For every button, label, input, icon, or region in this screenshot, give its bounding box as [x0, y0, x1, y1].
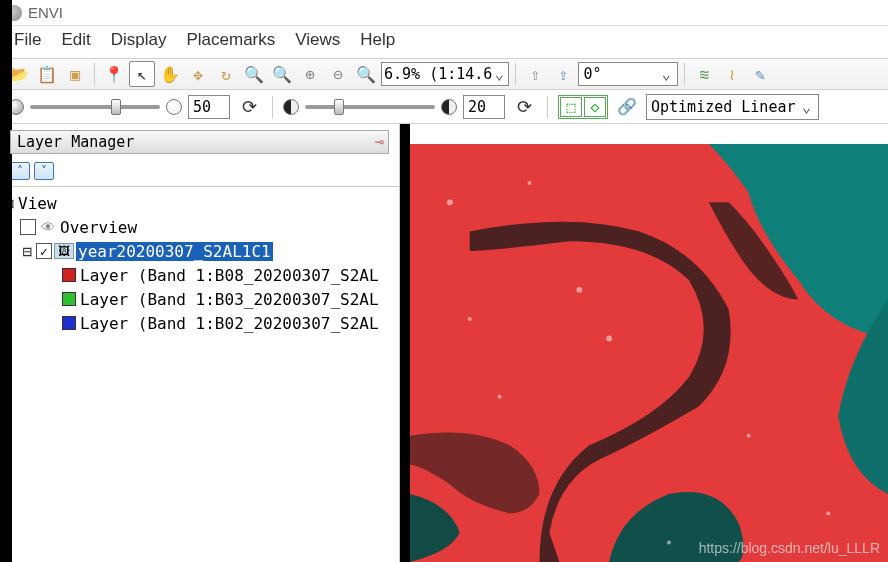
tree-layer-red[interactable]: Layer (Band 1:B08_20200307_S2AL — [2, 263, 397, 287]
separator — [547, 96, 548, 118]
svg-point-1 — [447, 199, 453, 205]
data-extent-icon[interactable]: ◇ — [584, 97, 606, 117]
rotation-input[interactable]: 0° ⌄ — [578, 62, 678, 86]
svg-point-7 — [826, 511, 830, 515]
contrast-knob-icon — [283, 99, 299, 115]
zoom-out-icon[interactable]: ⊖ — [325, 61, 351, 87]
tree-dataset[interactable]: ⊟ ✓ 🖼 year20200307_S2AL1C1 — [2, 239, 397, 263]
overview-label: Overview — [60, 218, 137, 237]
chevron-down-icon[interactable]: ⌄ — [659, 65, 673, 83]
roi-icon[interactable]: ✥ — [185, 61, 211, 87]
layer-label: Layer (Band 1:B02_20200307_S2AL — [80, 314, 379, 333]
svg-point-8 — [667, 541, 671, 545]
stretch-select[interactable]: Optimized Linear ⌄ — [646, 94, 819, 120]
brightness-slider[interactable] — [30, 105, 160, 109]
stretch-text: Optimized Linear — [651, 98, 796, 116]
zoom-reset-icon[interactable]: 🔍 — [241, 61, 267, 87]
measure-icon[interactable]: ✎ — [747, 61, 773, 87]
layer-tree: ⊟ View 👁 Overview ⊟ ✓ 🖼 year20200307_S2A… — [0, 186, 399, 562]
svg-point-9 — [576, 287, 582, 293]
refresh-icon[interactable]: ⟳ — [511, 94, 537, 120]
rotation-text: 0° — [583, 65, 601, 83]
menu-help[interactable]: Help — [360, 30, 395, 50]
blue-band-icon — [62, 316, 76, 330]
separator — [684, 63, 685, 85]
rotate-icon[interactable]: ↻ — [213, 61, 239, 87]
tree-layer-green[interactable]: Layer (Band 1:B03_20200307_S2AL — [2, 287, 397, 311]
contrast-value[interactable]: 20 — [463, 95, 505, 119]
separator — [272, 96, 273, 118]
adjust-toolbar: 50 ⟳ 20 ⟳ ⬚ ◇ 🔗 Optimized Linear ⌄ — [0, 90, 888, 124]
collapse-icon[interactable]: ⊟ — [20, 242, 34, 261]
layer-label: Layer (Band 1:B03_20200307_S2AL — [80, 290, 379, 309]
main-toolbar: 📂 📋 ▣ 📍 ↖ ✋ ✥ ↻ 🔍 🔍 ⊕ ⊖ 🔍 6.9% (1:14.6 ⌄… — [0, 58, 888, 90]
refresh-icon[interactable]: ⟳ — [236, 94, 262, 120]
pan-icon[interactable]: ✋ — [157, 61, 183, 87]
tree-overview[interactable]: 👁 Overview — [2, 215, 397, 239]
red-band-icon — [62, 268, 76, 282]
chevron-down-icon[interactable]: ⌄ — [492, 65, 506, 83]
nav-next-icon[interactable]: ˅ — [34, 162, 54, 180]
pin-icon[interactable]: 📍 — [101, 61, 127, 87]
checkbox[interactable] — [20, 219, 36, 235]
contrast-slider[interactable] — [305, 105, 435, 109]
chevron-down-icon[interactable]: ⌄ — [800, 98, 814, 116]
layer-label: Layer (Band 1:B08_20200307_S2AL — [80, 266, 379, 285]
nav-up-icon[interactable]: ⇧ — [522, 61, 548, 87]
menubar: File Edit Display Placemarks Views Help — [0, 26, 888, 58]
svg-point-2 — [528, 181, 532, 185]
zoom-in-icon[interactable]: ⊕ — [297, 61, 323, 87]
panel-title: Layer Manager — [17, 133, 134, 151]
map-viewport[interactable]: https://blog.csdn.net/lu_LLLR — [410, 124, 888, 562]
satellite-image — [410, 144, 888, 562]
window-edge — [0, 0, 12, 562]
menu-placemarks[interactable]: Placemarks — [186, 30, 275, 50]
splitter[interactable] — [400, 124, 410, 562]
zoom-level-text: 6.9% (1:14.6 — [384, 65, 492, 83]
brightness-value[interactable]: 50 — [188, 95, 230, 119]
zoom-actual-icon[interactable]: 🔍 — [353, 61, 379, 87]
nav-buttons: ˄ ˅ — [0, 158, 399, 184]
zoom-level-input[interactable]: 6.9% (1:14.6 ⌄ — [381, 62, 509, 86]
root-label: View — [18, 194, 57, 213]
crop-icon[interactable]: ▣ — [62, 61, 88, 87]
menu-file[interactable]: File — [14, 30, 41, 50]
pin-icon[interactable]: ⊸ — [375, 133, 384, 151]
menu-edit[interactable]: Edit — [61, 30, 90, 50]
brightness-knob-icon — [166, 99, 182, 115]
map-canvas[interactable] — [410, 144, 888, 562]
tree-layer-blue[interactable]: Layer (Band 1:B02_20200307_S2AL — [2, 311, 397, 335]
menu-display[interactable]: Display — [111, 30, 167, 50]
link-icon[interactable]: 🔗 — [614, 94, 640, 120]
green-band-icon — [62, 292, 76, 306]
nav-to-icon[interactable]: ⇪ — [550, 61, 576, 87]
wave-icon[interactable]: ≀ — [719, 61, 745, 87]
watermark: https://blog.csdn.net/lu_LLLR — [699, 540, 880, 556]
checkbox-checked[interactable]: ✓ — [36, 243, 52, 259]
app-title: ENVI — [28, 4, 63, 21]
svg-point-5 — [747, 434, 751, 438]
svg-point-6 — [468, 317, 472, 321]
svg-point-4 — [498, 395, 502, 399]
eye-icon: 👁 — [38, 219, 58, 235]
extent-group: ⬚ ◇ — [558, 95, 608, 119]
zoom-fit-icon[interactable]: 🔍 — [269, 61, 295, 87]
menu-views[interactable]: Views — [295, 30, 340, 50]
image-icon: 🖼 — [54, 243, 74, 259]
panel-header: Layer Manager ⊸ — [10, 130, 389, 154]
tree-root[interactable]: ⊟ View — [2, 191, 397, 215]
titlebar: ENVI — [0, 0, 888, 26]
svg-point-3 — [606, 336, 612, 342]
cursor-tool-icon[interactable]: ↖ — [129, 61, 155, 87]
dataset-label: year20200307_S2AL1C1 — [76, 242, 273, 261]
separator — [94, 63, 95, 85]
nav-prev-icon[interactable]: ˄ — [10, 162, 30, 180]
contrast-knob-icon — [441, 99, 457, 115]
full-extent-icon[interactable]: ⬚ — [560, 97, 582, 117]
layer-panel: Layer Manager ⊸ ˄ ˅ ⊟ View 👁 Overview ⊟ … — [0, 124, 400, 562]
clipboard-icon[interactable]: 📋 — [34, 61, 60, 87]
separator — [515, 63, 516, 85]
spectral-icon[interactable]: ≋ — [691, 61, 717, 87]
